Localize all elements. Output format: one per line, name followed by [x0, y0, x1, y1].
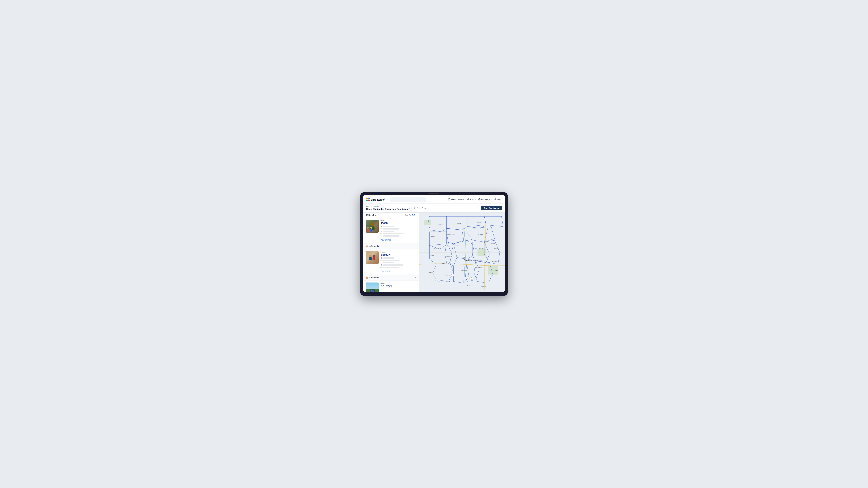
svg-text:Somers: Somers	[477, 222, 482, 224]
district-image-avon	[366, 220, 379, 233]
berlin-person-1	[369, 255, 372, 260]
help-chevron-icon: ▾	[475, 198, 476, 200]
view-map-avon[interactable]: View on Map	[380, 238, 391, 241]
sort-chevron-icon: ▾	[415, 214, 416, 216]
address-input-wrap[interactable]	[411, 205, 479, 211]
svg-text:72: 72	[452, 275, 453, 276]
accordion-chevron-avon: ▾	[415, 245, 416, 248]
event-calendar-nav[interactable]: Event Calendar	[448, 198, 465, 200]
address-input[interactable]	[416, 207, 477, 209]
svg-rect-3	[368, 199, 370, 201]
svg-text:Bloomfield: Bloomfield	[446, 256, 452, 258]
svg-point-14	[414, 207, 415, 208]
district-image-bolton: 🎆	[366, 283, 379, 292]
language-nav[interactable]: Language ▾	[478, 198, 492, 200]
svg-text:South Windsor: South Windsor	[475, 248, 484, 249]
svg-point-65	[464, 259, 465, 260]
logo: EnrollWise®	[366, 198, 385, 201]
sub-header: Explore Programs Open Choice for Suburba…	[363, 204, 505, 213]
svg-text:Bristol: Bristol	[429, 272, 433, 273]
district-label-berlin: District	[380, 251, 416, 253]
info-bar-link	[383, 235, 399, 236]
berlin-info-row-5	[380, 266, 416, 268]
person-figure-1	[366, 227, 369, 232]
header-divider: |	[388, 198, 388, 201]
svg-rect-25	[424, 220, 431, 225]
district-image-berlin	[366, 251, 379, 264]
schools-count-berlin: 5 Schools	[369, 276, 379, 279]
mascot-ear-right	[372, 221, 374, 223]
sort-by[interactable]: Sort By A-Z ▾	[405, 214, 416, 216]
svg-rect-16	[381, 228, 382, 229]
main-content: 42 Results Sort By A-Z ▾	[363, 213, 505, 292]
district-card-avon: District AVON	[363, 218, 419, 243]
program-name[interactable]: Open Choice for Suburban Residents ▾	[366, 208, 410, 210]
help-nav[interactable]: ? Help ▾	[467, 198, 476, 200]
bolton-sky	[366, 283, 379, 289]
logo-text: EnrollWise®	[371, 198, 385, 201]
berlin-person-2	[373, 255, 375, 260]
svg-text:Cromwell: Cromwell	[480, 285, 487, 287]
person-figures	[366, 227, 373, 232]
svg-text:Newington: Newington	[461, 270, 467, 271]
header-search-bar	[390, 197, 426, 202]
app-header: EnrollWise® | Event Calendar	[363, 195, 505, 204]
mascot-ear-left	[371, 221, 372, 223]
results-count: 42 Results	[366, 214, 376, 216]
district-name-avon: AVON	[380, 222, 416, 225]
mascot-head	[370, 223, 374, 226]
svg-text:Canton: Canton	[430, 255, 434, 256]
svg-rect-20	[381, 265, 382, 265]
schools-accordion-avon[interactable]: 🏫 6 Schools ▾	[363, 243, 419, 249]
berlin-photo-people	[369, 255, 375, 260]
district-label-bolton: District	[380, 283, 416, 284]
svg-text:Windsor: Windsor	[455, 244, 460, 246]
tablet-screen: EnrollWise® | Event Calendar	[363, 195, 505, 292]
map-svg: 44 72 15 Suffield Enfield Somers Granby …	[419, 213, 505, 292]
svg-text:Southington: Southington	[435, 280, 441, 282]
svg-text:Tolland: Tolland	[491, 242, 495, 244]
map-area: 44 72 15 Suffield Enfield Somers Granby …	[419, 213, 505, 292]
berlin-info-row-3	[380, 262, 416, 263]
svg-text:Berlin: Berlin	[467, 285, 470, 287]
program-chevron-icon: ▾	[408, 208, 410, 210]
svg-line-15	[415, 208, 415, 209]
svg-text:44: 44	[463, 257, 465, 258]
person-figure-2	[370, 227, 373, 232]
help-label: Help	[470, 198, 474, 200]
tablet-frame: EnrollWise® | Event Calendar	[360, 192, 508, 296]
schools-accordion-berlin[interactable]: 🏫 5 Schools ▾	[363, 275, 419, 281]
explore-label: Explore Programs	[366, 206, 410, 207]
svg-rect-0	[366, 198, 368, 199]
district-info-berlin: District BERLIN	[380, 251, 416, 273]
event-calendar-label: Event Calendar	[451, 198, 465, 200]
left-panel: 42 Results Sort By A-Z ▾	[363, 213, 419, 292]
start-application-button[interactable]: Start Application	[481, 206, 502, 210]
district-card-berlin: District BERLIN	[363, 249, 419, 275]
svg-text:?: ?	[468, 199, 469, 200]
svg-rect-4	[448, 199, 450, 200]
accordion-chevron-berlin: ▾	[415, 276, 416, 279]
bolton-figure: 🎆	[369, 289, 375, 292]
sort-value: A-Z	[412, 214, 415, 216]
login-button[interactable]: Login	[494, 198, 502, 200]
svg-rect-19	[381, 260, 382, 261]
info-bar-phone	[383, 231, 394, 232]
program-selector[interactable]: Explore Programs Open Choice for Suburba…	[366, 206, 410, 210]
svg-text:Farmington: Farmington	[445, 274, 452, 276]
info-bar-address	[383, 226, 394, 227]
berlin-info-row-4	[380, 264, 416, 266]
schools-left-avon: 🏫 6 Schools	[366, 245, 379, 248]
view-map-berlin[interactable]: View on Map	[380, 269, 391, 273]
svg-text:Vernon: Vernon	[494, 248, 499, 249]
svg-text:Hartford: Hartford	[465, 260, 472, 262]
district-info-avon: District AVON	[380, 220, 416, 241]
district-info-bolton: District BOLTON	[380, 283, 416, 292]
svg-rect-17	[381, 233, 382, 234]
language-chevron-icon: ▾	[491, 198, 492, 200]
svg-text:Suffield: Suffield	[438, 224, 443, 225]
sort-label: Sort By	[405, 214, 411, 216]
svg-text:Glastonbury: Glastonbury	[475, 266, 482, 268]
info-row-address	[380, 226, 416, 227]
info-bar-website-email	[383, 233, 403, 234]
